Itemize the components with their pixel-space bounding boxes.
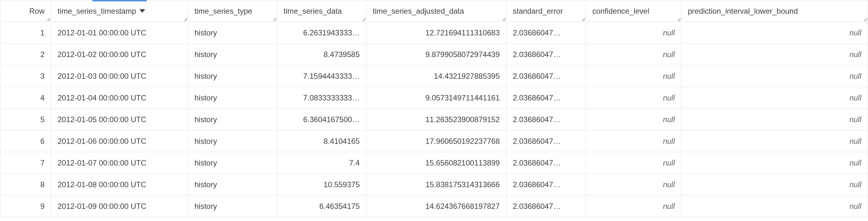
cell-standard-error: 2.03686047… <box>506 152 586 174</box>
table-row[interactable]: 52012-01-05 00:00:00 UTChistory6.3604167… <box>0 109 868 131</box>
column-header-type[interactable]: time_series_type <box>188 0 277 22</box>
table-row[interactable]: 92012-01-09 00:00:00 UTChistory6.4635417… <box>0 195 868 217</box>
cell-data: 6.3604167500… <box>277 109 366 131</box>
cell-data: 7.1594443333… <box>277 65 366 87</box>
sort-desc-icon[interactable] <box>140 9 145 13</box>
column-header-confidence-level[interactable]: confidence_level <box>586 0 681 22</box>
cell-type: history <box>188 152 277 174</box>
cell-adjusted-data: 15.656082100113899 <box>366 152 506 174</box>
null-value: null <box>592 93 675 102</box>
header-label: time_series_data <box>284 7 342 16</box>
table-body: 12012-01-01 00:00:00 UTChistory6.2631943… <box>0 22 868 217</box>
cell-confidence-level: null <box>586 65 681 87</box>
cell-standard-error: 2.03686047… <box>506 174 586 195</box>
table-row[interactable]: 72012-01-07 00:00:00 UTChistory7.415.656… <box>0 152 868 174</box>
results-table: Row time_series_timestamp time_series_ty… <box>0 0 868 217</box>
cell-confidence-level: null <box>586 195 681 217</box>
cell-prediction-lower: null <box>681 174 868 195</box>
null-value: null <box>688 72 861 81</box>
table-row[interactable]: 62012-01-06 00:00:00 UTChistory8.4104165… <box>0 131 868 152</box>
cell-confidence-level: null <box>586 22 681 44</box>
resize-handle-icon[interactable] <box>581 17 585 21</box>
null-value: null <box>688 93 861 102</box>
cell-confidence-level: null <box>586 109 681 131</box>
resize-handle-icon[interactable] <box>501 17 505 21</box>
cell-type: history <box>188 195 277 217</box>
cell-row-index: 4 <box>0 87 51 109</box>
cell-data: 8.4739585 <box>277 44 366 65</box>
column-header-adjusted-data[interactable]: time_series_adjusted_data <box>366 0 506 22</box>
cell-confidence-level: null <box>586 152 681 174</box>
cell-standard-error: 2.03686047… <box>506 131 586 152</box>
cell-type: history <box>188 87 277 109</box>
cell-prediction-lower: null <box>681 65 868 87</box>
cell-prediction-lower: null <box>681 152 868 174</box>
table-row[interactable]: 42012-01-04 00:00:00 UTChistory7.0833333… <box>0 87 868 109</box>
resize-handle-icon[interactable] <box>361 17 365 21</box>
null-value: null <box>592 202 675 211</box>
resize-handle-icon[interactable] <box>863 17 867 21</box>
cell-row-index: 9 <box>0 195 51 217</box>
null-value: null <box>688 137 861 146</box>
cell-row-index: 7 <box>0 152 51 174</box>
header-row: Row time_series_timestamp time_series_ty… <box>0 0 868 22</box>
cell-adjusted-data: 15.838175314313666 <box>366 174 506 195</box>
header-label: standard_error <box>513 7 563 16</box>
cell-row-index: 3 <box>0 65 51 87</box>
null-value: null <box>688 28 861 37</box>
cell-prediction-lower: null <box>681 44 868 65</box>
table-row[interactable]: 82012-01-08 00:00:00 UTChistory10.559375… <box>0 174 868 195</box>
null-value: null <box>688 159 861 167</box>
cell-confidence-level: null <box>586 131 681 152</box>
cell-row-index: 8 <box>0 174 51 195</box>
cell-row-index: 5 <box>0 109 51 131</box>
cell-prediction-lower: null <box>681 195 868 217</box>
null-value: null <box>592 115 675 124</box>
column-header-standard-error[interactable]: standard_error <box>506 0 586 22</box>
cell-type: history <box>188 44 277 65</box>
table-row[interactable]: 32012-01-03 00:00:00 UTChistory7.1594443… <box>0 65 868 87</box>
cell-timestamp: 2012-01-03 00:00:00 UTC <box>51 65 188 87</box>
table-row[interactable]: 12012-01-01 00:00:00 UTChistory6.2631943… <box>0 22 868 44</box>
cell-confidence-level: null <box>586 87 681 109</box>
null-value: null <box>688 202 861 211</box>
cell-standard-error: 2.03686047… <box>506 195 586 217</box>
header-label: Row <box>29 7 44 16</box>
cell-standard-error: 2.03686047… <box>506 22 586 44</box>
cell-timestamp: 2012-01-08 00:00:00 UTC <box>51 174 188 195</box>
cell-data: 7.4 <box>277 152 366 174</box>
column-header-row-index[interactable]: Row <box>0 0 51 22</box>
cell-type: history <box>188 174 277 195</box>
column-header-prediction-lower[interactable]: prediction_interval_lower_bound <box>681 0 868 22</box>
cell-adjusted-data: 17.960650192237768 <box>366 131 506 152</box>
cell-prediction-lower: null <box>681 131 868 152</box>
cell-row-index: 6 <box>0 131 51 152</box>
cell-confidence-level: null <box>586 174 681 195</box>
cell-data: 10.559375 <box>277 174 366 195</box>
cell-standard-error: 2.03686047… <box>506 65 586 87</box>
cell-data: 6.2631943333… <box>277 22 366 44</box>
cell-adjusted-data: 14.4321927885395 <box>366 65 506 87</box>
header-label: time_series_type <box>194 7 252 16</box>
resize-handle-icon[interactable] <box>46 17 50 21</box>
null-value: null <box>592 159 675 167</box>
null-value: null <box>592 28 675 37</box>
null-value: null <box>592 137 675 146</box>
column-header-data[interactable]: time_series_data <box>277 0 366 22</box>
header-label: time_series_adjusted_data <box>373 7 464 16</box>
cell-standard-error: 2.03686047… <box>506 109 586 131</box>
cell-prediction-lower: null <box>681 109 868 131</box>
cell-confidence-level: null <box>586 44 681 65</box>
resize-handle-icon[interactable] <box>676 17 681 21</box>
resize-handle-icon[interactable] <box>272 17 276 21</box>
cell-timestamp: 2012-01-09 00:00:00 UTC <box>51 195 188 217</box>
column-header-timestamp[interactable]: time_series_timestamp <box>51 0 188 22</box>
cell-type: history <box>188 65 277 87</box>
null-value: null <box>688 180 861 189</box>
cell-data: 8.4104165 <box>277 131 366 152</box>
null-value: null <box>592 50 675 59</box>
resize-handle-icon[interactable] <box>183 17 187 21</box>
cell-standard-error: 2.03686047… <box>506 87 586 109</box>
table-row[interactable]: 22012-01-02 00:00:00 UTChistory8.4739585… <box>0 44 868 65</box>
header-label: confidence_level <box>592 7 649 16</box>
